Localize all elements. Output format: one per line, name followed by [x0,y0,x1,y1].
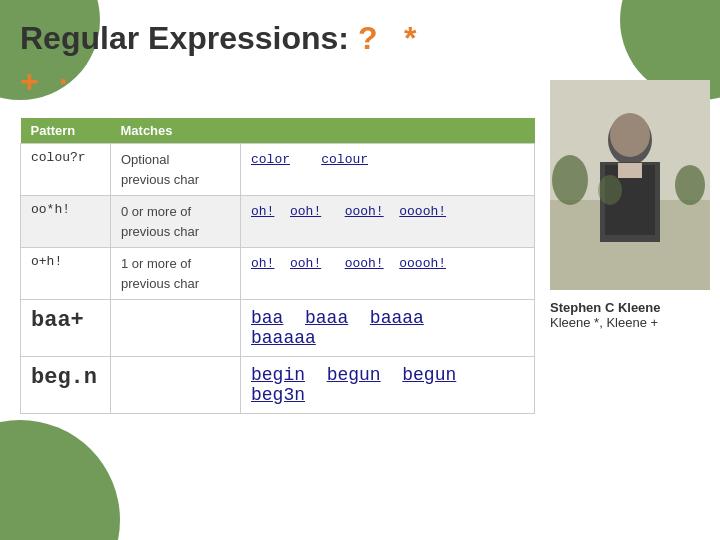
photo-labels: Stephen C Kleene Kleene *, Kleene + [550,300,710,330]
subtitle-row: + · [20,63,535,100]
example-ooh2: ooh! [290,256,321,271]
content-area: Regular Expressions: ? * + · Pattern Mat… [20,20,535,540]
example-colour: colour [321,152,368,167]
big-example-begun: begun [327,365,381,385]
photo-kleene-labels: Kleene *, Kleene + [550,315,710,330]
svg-point-8 [675,165,705,205]
header-empty [241,118,535,144]
example-oooh2: oooh! [345,256,384,271]
matches-cell-2: 0 or more ofprevious char [111,196,241,248]
photo-person-name: Stephen C Kleene [550,300,710,315]
dot-symbol: · [59,63,68,100]
kleene-plus-label: Kleene + [606,315,658,330]
big-example-row-2: beg.n begin begun begun beg3n [21,357,535,414]
example-ooh: ooh! [290,204,321,219]
table-row: colou?r Optionalprevious char color colo… [21,144,535,196]
big-example-row: baa+ baa baaa baaaa baaaaa [21,300,535,357]
example-oh2: oh! [251,256,274,271]
kleene-star-label: Kleene *, [550,315,603,330]
pattern-cell-1: colou?r [21,144,111,196]
example-oooh: oooh! [345,204,384,219]
examples-cell-2: oh! ooh! oooh! ooooh! [241,196,535,248]
svg-point-7 [552,155,588,205]
big-example-baaa: baaa [305,308,348,328]
svg-rect-6 [618,163,642,178]
big-pattern-1: baa+ [21,300,111,357]
header-pattern: Pattern [21,118,111,144]
header-matches: Matches [111,118,241,144]
table-row: o+h! 1 or more ofprevious char oh! ooh! … [21,248,535,300]
matches-cell-3: 1 or more ofprevious char [111,248,241,300]
pattern-cell-3: o+h! [21,248,111,300]
big-examples-2: begin begun begun beg3n [241,357,535,414]
big-examples-1: baa baaa baaaa baaaaa [241,300,535,357]
example-color: color [251,152,290,167]
regex-table: Pattern Matches colou?r Optionalprevious… [20,118,535,414]
big-example-begin: begin [251,365,305,385]
examples-cell-3: oh! ooh! oooh! ooooh! [241,248,535,300]
examples-cell-1: color colour [241,144,535,196]
example-ooooh2: ooooh! [399,256,446,271]
title-row: Regular Expressions: ? * [20,20,535,57]
title-question-mark: ? * [358,20,417,56]
page-title: Regular Expressions: [20,20,358,56]
pattern-cell-2: oo*h! [21,196,111,248]
table-row: oo*h! 0 or more ofprevious char oh! ooh!… [21,196,535,248]
big-example-baaaaa: baaaaa [251,328,316,348]
matches-cell-1: Optionalprevious char [111,144,241,196]
big-example-baaaa: baaaa [370,308,424,328]
svg-point-9 [598,175,622,205]
svg-point-4 [610,113,650,157]
big-example-baa: baa [251,308,283,328]
example-ooooh: ooooh! [399,204,446,219]
big-example-begun2: begun [402,365,456,385]
person-photo [550,80,710,290]
big-pattern-2: beg.n [21,357,111,414]
big-example-beg3n: beg3n [251,385,305,405]
example-oh: oh! [251,204,274,219]
plus-symbol: + [20,63,39,100]
page-container: Stephen C Kleene Kleene *, Kleene + Regu… [0,0,720,540]
